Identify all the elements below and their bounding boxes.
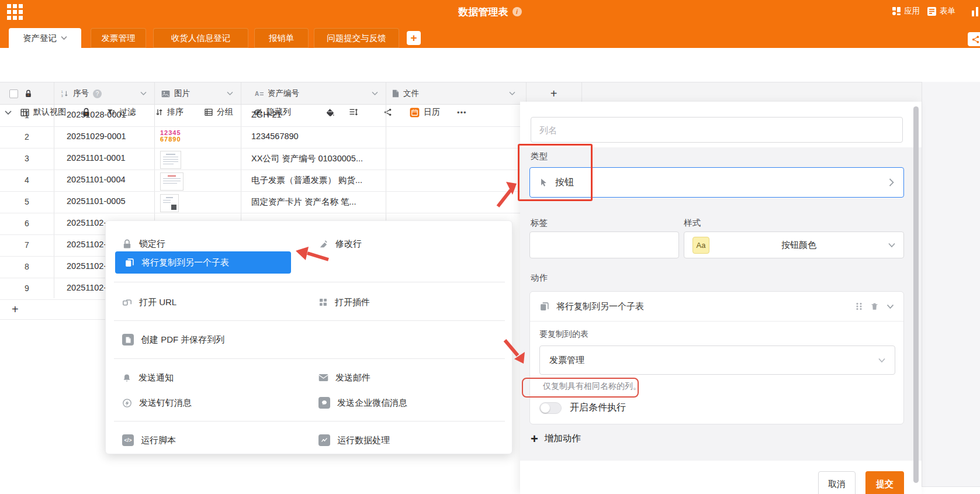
mail-icon [318, 374, 328, 382]
column-dropdown-icon[interactable] [509, 91, 515, 96]
tab-zichandengji[interactable]: 资产登记 [9, 28, 81, 48]
menu-item-run-data-process[interactable]: 运行数据处理 [318, 431, 390, 449]
menu-item-lock-row[interactable]: 锁定行 [122, 235, 165, 253]
add-action-button[interactable]: + 增加动作 [531, 433, 581, 445]
form-icon [927, 6, 937, 16]
svg-text:3: 3 [61, 94, 63, 98]
style-select[interactable]: Aa 按钮颜色 [684, 232, 904, 258]
column-dropdown-icon[interactable] [140, 91, 147, 96]
group-button[interactable]: 分组 [204, 106, 233, 119]
menu-item-open-url[interactable]: 打开 URL [122, 293, 176, 311]
panel-scrollbar[interactable] [913, 106, 919, 483]
tab-fapiaoguanli[interactable]: 发票管理 [91, 28, 146, 48]
condition-toggle-row: 开启条件执行 [539, 402, 626, 414]
sort-button[interactable]: 排序 [155, 106, 183, 119]
chevron-down-icon [888, 243, 895, 248]
copy-target-label: 要复制到的表 [539, 329, 588, 340]
chevron-down-icon [878, 358, 885, 363]
help-icon[interactable]: ? [93, 89, 102, 98]
screen: 数据管理表 i 应用 表单 资产登记 发票管理 收货人信息登记 报销单 问题提交… [0, 0, 980, 494]
share-view-icon[interactable] [383, 106, 393, 119]
serial-cell[interactable]: 20251101-0001 [67, 153, 126, 163]
page-title: 数据管理表 [459, 5, 508, 19]
action-card-header[interactable]: 将行复制到另一个子表 [530, 292, 903, 322]
select-all-checkbox[interactable] [9, 82, 18, 105]
share-table-button[interactable] [968, 32, 980, 46]
button-label-input[interactable] [529, 232, 679, 258]
menu-item-send-dingtalk[interactable]: 发送钉钉消息 [122, 394, 192, 412]
attachment-thumbnail[interactable] [160, 172, 183, 191]
row-divider [0, 299, 105, 300]
column-label: 序号 [73, 88, 89, 99]
copy-target-select[interactable]: 发票管理 [539, 346, 895, 375]
attachment-thumbnail[interactable] [160, 194, 179, 212]
column-header-serial[interactable]: 13 序号 ? [61, 82, 148, 105]
condition-toggle[interactable] [539, 402, 562, 414]
serial-cell[interactable]: 20251029-0001 [67, 132, 126, 141]
copy-target-value: 发票管理 [549, 355, 584, 366]
menu-divider [114, 421, 505, 422]
statistics-icon[interactable] [971, 5, 980, 17]
info-icon[interactable]: i [512, 7, 522, 16]
menu-item-label: 将行复制到另一个子表 [141, 257, 229, 268]
calendar-plugin-button[interactable]: 日历 [409, 106, 440, 119]
app-launcher-icon[interactable] [7, 4, 23, 20]
row-divider [0, 191, 526, 192]
file-column-icon [392, 89, 399, 98]
attachment-thumbnail[interactable] [160, 151, 181, 169]
annotation-arrow-menu [295, 246, 331, 263]
serial-cell[interactable]: 20251101-0004 [67, 175, 126, 184]
column-header-file[interactable]: 文件 [392, 82, 518, 105]
column-dropdown-icon[interactable] [227, 91, 233, 96]
menu-item-copy-row-to-table[interactable]: 将行复制到另一个子表 [115, 251, 291, 274]
tab-label: 资产登记 [23, 33, 57, 44]
menu-item-send-wecom[interactable]: 发送企业微信消息 [318, 394, 407, 412]
menu-item-label: 锁定行 [139, 239, 165, 250]
asset-cell[interactable]: 固定资产卡片 资产名称 笔... [251, 196, 383, 208]
add-row-button[interactable]: + [12, 303, 19, 316]
more-tools-button[interactable]: ••• [457, 106, 467, 119]
column-header-asset[interactable]: A 资产编号 [255, 82, 381, 105]
menu-item-run-script[interactable]: </> 运行脚本 [122, 431, 176, 449]
tab-shouhuoren[interactable]: 收货人信息登记 [153, 28, 248, 48]
drag-handle-icon[interactable] [856, 302, 863, 310]
apps-button[interactable]: 应用 [892, 6, 920, 16]
page-title-wrap: 数据管理表 i [0, 0, 980, 23]
menu-item-open-plugin[interactable]: 打开插件 [318, 293, 370, 311]
row-divider [0, 278, 105, 278]
asset-cell[interactable]: XX公司 资产编号 01030005... [251, 153, 383, 164]
forms-button[interactable]: 表单 [927, 6, 955, 16]
tab-baoxiaodan[interactable]: 报销单 [254, 28, 309, 48]
cancel-button[interactable]: 取消 [818, 471, 856, 494]
serial-cell[interactable]: 20251102- [67, 261, 106, 271]
svg-text:A: A [255, 91, 259, 97]
image-column-icon [161, 90, 170, 98]
serial-cell[interactable]: 20251101-0005 [67, 196, 126, 206]
delete-action-icon[interactable] [870, 302, 879, 311]
row-divider [0, 256, 105, 257]
asset-cell[interactable]: ZGH-21 [251, 110, 383, 119]
add-table-button[interactable]: + [407, 31, 421, 45]
attachment-thumbnail[interactable]: 12345 67890 [160, 130, 181, 143]
tab-wentitijiao[interactable]: 问题提交与反馈 [314, 28, 399, 48]
row-number: 6 [0, 219, 54, 228]
column-header-image[interactable]: 图片 [161, 82, 235, 105]
column-dropdown-icon[interactable] [372, 91, 378, 96]
row-number: 3 [0, 154, 54, 163]
chevron-right-icon [889, 178, 894, 186]
menu-item-create-pdf[interactable]: 创建 PDF 并保存到列 [122, 331, 224, 348]
serial-cell[interactable]: 20251102- [67, 218, 106, 227]
menu-item-send-email[interactable]: 发送邮件 [318, 369, 370, 386]
serial-cell[interactable]: 20251028-0001 [67, 110, 126, 119]
menu-item-label: 打开插件 [335, 297, 370, 308]
serial-cell[interactable]: 20251102- [67, 240, 106, 249]
collapse-action-icon[interactable] [886, 304, 894, 309]
submit-button[interactable]: 提交 [865, 471, 904, 494]
asset-cell[interactable]: 电子发票（普通发票） 购货... [251, 175, 383, 186]
menu-item-send-notification[interactable]: 发送通知 [122, 369, 174, 386]
column-name-input[interactable] [531, 117, 903, 143]
asset-cell[interactable]: 1234567890 [251, 132, 383, 141]
table-tabs-bar: 资产登记 发票管理 收货人信息登记 报销单 问题提交与反馈 + [0, 23, 980, 48]
row-number: 9 [0, 284, 54, 293]
serial-cell[interactable]: 20251102- [67, 283, 106, 292]
